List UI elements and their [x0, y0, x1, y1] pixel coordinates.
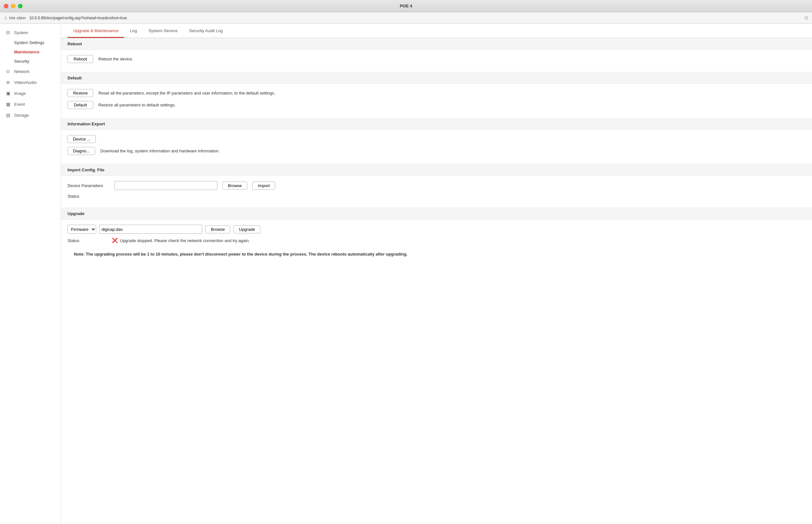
- content-area: Upgrade & Maintenance Log System Service…: [61, 24, 812, 524]
- security-warning: ⚠ Inte säker: [4, 15, 26, 20]
- import-config-body: Device Parameters Browse Import Status: [61, 176, 812, 208]
- import-status-row: Status: [67, 194, 806, 199]
- minimize-button[interactable]: [11, 4, 15, 9]
- import-config-header: Import Config. File: [61, 164, 812, 176]
- tab-security-audit-log-label: Security Audit Log: [189, 28, 223, 33]
- sidebar-item-storage[interactable]: ▤ Storage: [0, 110, 61, 120]
- system-icon: ⊟: [5, 30, 11, 35]
- tab-system-service-label: System Service: [149, 28, 178, 33]
- warning-icon: ⚠: [4, 15, 8, 20]
- tab-upgrade-maintenance[interactable]: Upgrade & Maintenance: [67, 24, 124, 38]
- upgrade-title: Upgrade: [67, 211, 85, 216]
- titlebar: POE 4: [0, 0, 812, 12]
- network-icon: ⊙: [5, 68, 11, 74]
- image-label: Image: [14, 91, 26, 96]
- upgrade-section-body: Firmware Browse Upgrade Status ❌ Upgrade…: [61, 219, 812, 266]
- info-export-header: Information Export: [61, 118, 812, 130]
- import-config-section: Import Config. File Device Parameters Br…: [61, 164, 812, 208]
- default-row: Default Restore all parameters to defaul…: [67, 101, 806, 109]
- restore-description: Reset all the parameters, except the IP …: [98, 91, 275, 96]
- import-status-label: Status: [67, 194, 109, 199]
- import-browse-button[interactable]: Browse: [222, 182, 247, 190]
- sidebar-item-system-settings[interactable]: System Settings: [0, 38, 61, 47]
- default-section-header: Default: [61, 72, 812, 84]
- info-export-section: Information Export Device ... Diagno... …: [61, 118, 812, 164]
- system-settings-label: System Settings: [14, 40, 44, 45]
- storage-label: Storage: [14, 113, 29, 118]
- reboot-section-header: Reboot: [61, 38, 812, 50]
- device-params-row: Device Parameters Browse Import: [67, 181, 806, 190]
- sidebar-item-maintenance[interactable]: Maintenance: [0, 47, 61, 56]
- network-label: Network: [14, 69, 30, 74]
- image-icon: ▣: [5, 90, 11, 96]
- tab-system-service[interactable]: System Service: [143, 24, 183, 38]
- tab-log-label: Log: [130, 28, 137, 33]
- event-label: Event: [14, 102, 25, 107]
- event-icon: ▦: [5, 101, 11, 107]
- reboot-description: Reboot the device.: [98, 56, 133, 61]
- storage-icon: ▤: [5, 112, 11, 118]
- window-title: POE 4: [400, 3, 412, 9]
- sidebar-item-security[interactable]: Security: [0, 56, 61, 66]
- upgrade-section: Upgrade Firmware Browse Upgrade Status ❌…: [61, 208, 812, 266]
- firmware-select[interactable]: Firmware: [67, 225, 96, 234]
- addressbar: ⚠ Inte säker 10.0.0.88/doc/page/config.a…: [0, 12, 812, 24]
- reboot-section: Reboot Reboot Reboot the device.: [61, 38, 812, 72]
- info-export-body: Device ... Diagno... Download the log, s…: [61, 130, 812, 164]
- warning-text: Inte säker: [9, 16, 26, 20]
- restore-row: Restore Reset all the parameters, except…: [67, 89, 806, 97]
- tab-security-audit-log[interactable]: Security Audit Log: [183, 24, 229, 38]
- error-icon: ❌: [112, 238, 118, 243]
- maximize-button[interactable]: [18, 4, 22, 9]
- tab-log[interactable]: Log: [124, 24, 143, 38]
- upgrade-error-text: Upgrade stopped. Please check the networ…: [120, 238, 250, 243]
- maintenance-label: Maintenance: [14, 49, 39, 54]
- addressbar-actions: ⊡: [805, 15, 808, 20]
- diagno-button[interactable]: Diagno...: [67, 147, 95, 155]
- sidebar-item-image[interactable]: ▣ Image: [0, 88, 61, 99]
- upgrade-section-header: Upgrade: [61, 208, 812, 219]
- reboot-row: Reboot Reboot the device.: [67, 55, 806, 63]
- import-config-title: Import Config. File: [67, 167, 104, 172]
- close-button[interactable]: [4, 4, 9, 9]
- default-title: Default: [67, 76, 82, 80]
- device-params-label: Device Parameters: [67, 183, 109, 188]
- info-export-title: Information Export: [67, 121, 105, 126]
- video-audio-label: Video/Audio: [14, 80, 37, 85]
- tab-bar: Upgrade & Maintenance Log System Service…: [61, 24, 812, 38]
- default-section: Default Restore Reset all the parameters…: [61, 72, 812, 118]
- security-label: Security: [14, 59, 29, 64]
- sidebar-system-label: System: [14, 30, 28, 35]
- default-button[interactable]: Default: [67, 101, 93, 109]
- upgrade-error-status: ❌ Upgrade stopped. Please check the netw…: [112, 238, 250, 243]
- reboot-title: Reboot: [67, 42, 82, 46]
- upgrade-browse-button[interactable]: Browse: [205, 225, 230, 233]
- url-display: 10.0.0.88/doc/page/config.asp?nohead=tru…: [29, 16, 127, 20]
- sidebar-item-network[interactable]: ⊙ Network: [0, 66, 61, 77]
- restore-button[interactable]: Restore: [67, 89, 93, 97]
- sidebar: ⊟ System System Settings Maintenance Sec…: [0, 24, 61, 524]
- upgrade-status-label: Status: [67, 238, 109, 243]
- upgrade-status-row: Status ❌ Upgrade stopped. Please check t…: [67, 238, 806, 243]
- video-audio-icon: ⊚: [5, 79, 11, 85]
- sidebar-item-video-audio[interactable]: ⊚ Video/Audio: [0, 77, 61, 88]
- device-export-row: Device ...: [67, 135, 806, 143]
- tab-upgrade-maintenance-label: Upgrade & Maintenance: [73, 28, 118, 33]
- firmware-file-input[interactable]: [99, 225, 202, 234]
- sidebar-item-event[interactable]: ▦ Event: [0, 99, 61, 110]
- app-container: ⊟ System System Settings Maintenance Sec…: [0, 24, 812, 524]
- default-description: Restore all parameters to default settin…: [98, 102, 176, 108]
- reader-icon: ⊡: [805, 15, 808, 20]
- sidebar-item-system[interactable]: ⊟ System: [0, 27, 61, 38]
- titlebar-buttons: [4, 4, 22, 9]
- reboot-button[interactable]: Reboot: [67, 55, 93, 63]
- reboot-section-body: Reboot Reboot the device.: [61, 50, 812, 72]
- diagno-row: Diagno... Download the log, system infor…: [67, 147, 806, 155]
- upgrade-controls-row: Firmware Browse Upgrade: [67, 225, 806, 234]
- device-export-button[interactable]: Device ...: [67, 135, 96, 143]
- upgrade-note: Note: The upgrading process will be 1 to…: [67, 247, 806, 261]
- upgrade-button[interactable]: Upgrade: [233, 225, 260, 233]
- default-section-body: Restore Reset all the parameters, except…: [61, 84, 812, 118]
- device-params-input[interactable]: [114, 181, 217, 190]
- import-button[interactable]: Import: [252, 182, 275, 190]
